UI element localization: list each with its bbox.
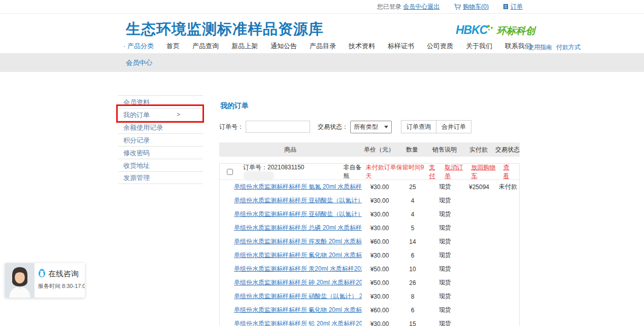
product-link[interactable]: 单组份水质监测标样标样所 汞20ml 水质标样202051	[234, 265, 362, 272]
order-item-row: 单组份水质监测标样标样所 氨氮 20ml 水质标样2005153¥30.0025…	[220, 180, 519, 194]
sidebar: 会员资料我的订单>余额使用记录积分记录修改密码收货地址发票管理	[118, 95, 203, 184]
order-item-row: 单组份水质监测标样标样所 挥发酚 20ml 水质标样200364¥60.0014…	[220, 235, 519, 248]
product-link[interactable]: 单组份水质监测标样标样所 氨氮 20ml 水质标样2005153	[234, 183, 362, 190]
nav-right-link[interactable]: 付款方式	[556, 43, 581, 52]
cell-sales: 现货	[428, 196, 462, 205]
status-select[interactable]: 所有类型	[350, 121, 392, 133]
product-link[interactable]: 单组份水质监测标样标样所 砷 20ml 水质标样200455	[234, 279, 362, 286]
order-item-row: 单组份水质监测标样标样所 砷 20ml 水质标样200455¥50.0026现货	[220, 276, 519, 289]
order-items: 单组份水质监测标样标样所 氨氮 20ml 水质标样2005153¥30.0025…	[220, 180, 519, 326]
nav-product-category[interactable]: · 产品分类	[123, 42, 154, 51]
redacted-blur	[244, 172, 274, 180]
order-action-link[interactable]: 查看	[503, 163, 514, 180]
cell-price: ¥30.00	[362, 320, 397, 326]
chevron-down-icon	[384, 126, 388, 128]
brand-abbr: HBKC	[456, 23, 487, 37]
product-link[interactable]: 单组份水质监测标样标样所 亚硝酸盐（以氮计） 20ml 水质标样200643	[234, 197, 362, 204]
order-search-button[interactable]: 订单查询	[401, 120, 436, 133]
nav-item[interactable]: 产品查询	[192, 42, 219, 51]
filter-buttons: 订单查询 合并订单	[401, 120, 471, 133]
nav-right-link[interactable]: 使用指南	[528, 43, 552, 52]
column-header: 实付款	[462, 146, 495, 154]
nav-item[interactable]: 产品目录	[310, 42, 336, 51]
column-header: 销售说明	[427, 146, 462, 154]
page-title: 我的订单	[220, 101, 520, 111]
sidebar-item[interactable]: 我的订单>	[118, 108, 203, 121]
chat-title: 在线咨询	[48, 269, 79, 279]
nav-item[interactable]: 首页	[166, 42, 180, 51]
cell-product: 单组份水质监测标样标样所 氟化物 20ml 水质标样201757	[220, 251, 362, 260]
nav-item[interactable]: 标样证书	[388, 42, 414, 51]
order-action-link[interactable]: 取消订单	[445, 163, 466, 180]
cell-sales: 现货	[428, 265, 462, 273]
cell-sales: 现货	[428, 183, 462, 191]
order-no-input[interactable]	[246, 121, 310, 133]
order-no-text: 订单号：20210831150	[243, 163, 327, 180]
cell-price: ¥60.00	[362, 307, 397, 314]
chat-widget[interactable]: 在线咨询 服务时间 8:30-17:00	[5, 263, 85, 298]
order-box: 订单号：20210831150 非自备瓶 未付款订单保留时间9天 支付取消订单放…	[219, 163, 520, 326]
cell-qty: 26	[397, 279, 428, 286]
sidebar-item[interactable]: 积分记录	[118, 133, 203, 146]
nav-item[interactable]: 新品上架	[231, 42, 258, 51]
nav-item[interactable]: 公司资质	[427, 42, 453, 51]
cell-qty: 14	[397, 238, 428, 245]
column-header: 交易状态	[495, 146, 520, 154]
sidebar-item[interactable]: 余额使用记录	[118, 121, 203, 133]
merge-orders-button[interactable]: 合并订单	[436, 120, 471, 133]
order-action-link[interactable]: 放回购物车	[471, 163, 498, 180]
order-item-row: 单组份水质监测标样标样所 铅 20ml 水质标样201240¥30.0015现货	[220, 317, 519, 326]
member-center-logout-link[interactable]: 会员中心退出	[403, 3, 439, 11]
cell-price: ¥30.00	[362, 197, 397, 204]
cell-sales: 现货	[428, 292, 462, 301]
cell-sales: 现货	[428, 306, 462, 314]
cell-sales: 现货	[428, 237, 462, 246]
order-item-row: 单组份水质监测标样标样所 硝酸盐（以氮计） 20ml 水质标样200850¥30…	[220, 289, 519, 303]
nav-right-links: 使用指南付款方式	[528, 43, 581, 52]
sidebar-item[interactable]: 发票管理	[118, 171, 203, 184]
product-link[interactable]: 单组份水质监测标样标样所 硝酸盐（以氮计） 20ml 水质标样200850	[234, 293, 362, 300]
product-link[interactable]: 单组份水质监测标样标样所 总磷 20ml 水质标样203997	[234, 224, 362, 231]
cart-group[interactable]: 购物车(0)	[454, 3, 489, 11]
cell-paid: ¥25094	[462, 184, 496, 191]
product-link[interactable]: 单组份水质监测标样标样所 氰化物 20ml 水质标样205544	[234, 306, 362, 313]
cell-price: ¥50.00	[362, 279, 397, 286]
breadcrumb-bar: 会员中心	[0, 53, 644, 72]
product-link[interactable]: 单组份水质监测标样标样所 氟化物 20ml 水质标样201757	[234, 251, 362, 259]
nav-item[interactable]: 技术资料	[349, 42, 375, 51]
table-header-row: 商品单价（元）数量销售说明实付款交易状态	[219, 142, 520, 157]
order-action-link[interactable]: 支付	[429, 163, 440, 180]
cell-status: 未付款	[496, 183, 520, 191]
cell-qty: 6	[397, 307, 428, 314]
product-link[interactable]: 单组份水质监测标样标样所 铅 20ml 水质标样201240	[234, 320, 362, 326]
orders-group[interactable]: 订单	[503, 3, 523, 11]
login-status: 您已登录 会员中心退出	[377, 3, 439, 11]
column-header: 数量	[397, 146, 427, 154]
nav-item[interactable]: 关于我们	[466, 42, 492, 51]
sidebar-item[interactable]: 修改密码	[118, 146, 203, 159]
cell-product: 单组份水质监测标样标样所 铅 20ml 水质标样201240	[220, 319, 362, 326]
orders-link[interactable]: 订单	[511, 3, 523, 11]
topbar: 您已登录 会员中心退出 购物车(0) 订单	[0, 0, 644, 14]
nav-item[interactable]: 通知公告	[270, 42, 297, 51]
order-actions: 支付取消订单放回购物车查看	[429, 163, 514, 180]
cell-product: 单组份水质监测标样标样所 亚硝酸盐（以氮计） 20ml 水质标样200644	[220, 210, 362, 219]
bottle-type-label: 非自备瓶	[344, 163, 366, 180]
header: 生态环境监测标准样品资源库 HBKC 环标科创 · 产品分类 首页产品查询新品上…	[0, 14, 644, 53]
cell-price: ¥60.00	[362, 238, 397, 245]
site-logo-title: 生态环境监测标准样品资源库	[126, 19, 324, 40]
order-item-row: 单组份水质监测标样标样所 总磷 20ml 水质标样203997¥30.005现货	[220, 221, 519, 235]
sidebar-item[interactable]: 收货地址	[118, 159, 203, 171]
cell-product: 单组份水质监测标样标样所 氨氮 20ml 水质标样2005153	[220, 183, 362, 191]
product-link[interactable]: 单组份水质监测标样标样所 挥发酚 20ml 水质标样200364	[234, 238, 362, 245]
cart-link[interactable]: 购物车(0)	[463, 3, 489, 11]
status-selected-value: 所有类型	[354, 123, 378, 131]
sidebar-item[interactable]: 会员资料	[118, 95, 203, 108]
product-link[interactable]: 单组份水质监测标样标样所 亚硝酸盐（以氮计） 20ml 水质标样200644	[234, 210, 362, 218]
order-select-checkbox[interactable]	[227, 169, 233, 175]
agent-photo	[5, 263, 35, 298]
cell-price: ¥50.00	[362, 266, 397, 273]
cell-qty: 10	[397, 266, 428, 273]
breadcrumb[interactable]: 会员中心	[126, 53, 152, 72]
cell-qty: 25	[397, 184, 428, 191]
